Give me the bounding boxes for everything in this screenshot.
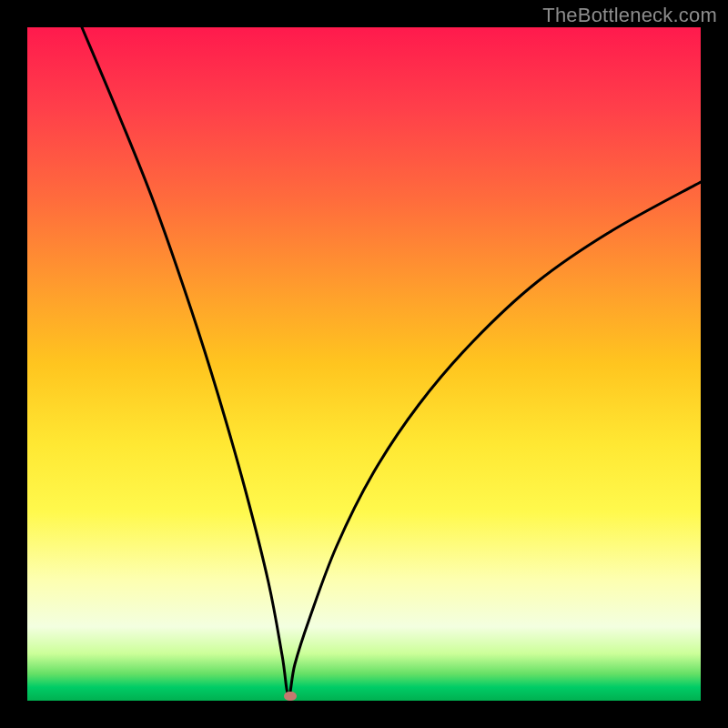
watermark-text: TheBottleneck.com [542,4,717,27]
plot-area [27,27,701,701]
chart-frame: TheBottleneck.com [0,0,728,728]
bottleneck-curve [27,27,701,701]
min-point-marker [284,692,297,701]
